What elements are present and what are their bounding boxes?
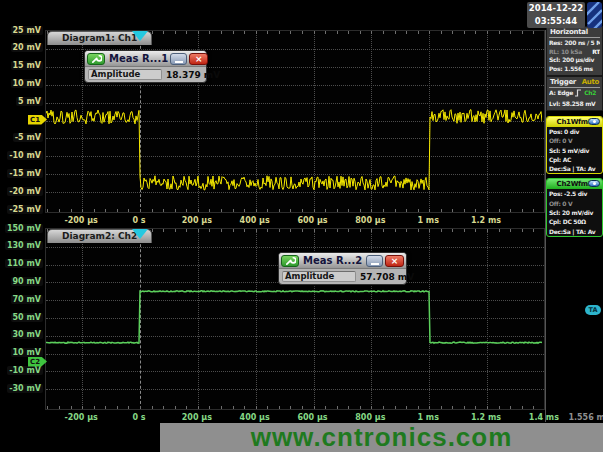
time-text: 03:55:44 [527,15,585,28]
meas-result-2-header[interactable]: Meas R...2 × [279,253,406,269]
x-axis-label: 1 ms [417,216,438,225]
x-axis-label: 800 µs [355,216,385,225]
y-axis-label: 150 mV [0,224,43,233]
y-axis-label: 110 mV [0,259,43,268]
ch2wfm1-panel[interactable]: Ch2Wfm1 Pos: -2.5 div Off: 0 V Scl: 20 m… [546,178,603,236]
meas-result-1-title: Meas R...1 [107,53,168,64]
trigger-level-label: Lvl: [549,100,560,109]
x-axis-label: 400 µs [240,216,270,225]
x-axis-label: 1.2 ms [471,216,501,225]
x-axis-label: 200 µs [182,216,212,225]
pos-value: 1.556 ms [564,65,593,74]
y-axis-label: -10 mV [0,151,43,160]
ch1wfm1-panel[interactable]: Ch1Wfm1 Pos: 0 div Off: 0 V Scl: 5 mV/di… [546,116,603,174]
trigger-position-marker[interactable] [132,229,148,239]
trigger-panel[interactable]: Trigger Auto A: Edge Ch2 Lvl:58.258 mV [546,76,603,111]
x-axis-label: 800 µs [355,413,385,422]
meas-value: 57.708 mV [360,272,414,282]
trigger-panel-title: Trigger [550,78,576,86]
ch2-pos-row: Pos: -2.5 div [547,189,602,198]
x-axis-label: 0 s [132,216,145,225]
x-axis-label: 1.556 ms [568,413,603,422]
y-axis-label: -5 mV [0,133,43,142]
meas-result-2-overlay[interactable]: Meas R...2 × Amplitude 57.708 mV [278,252,407,285]
y-axis-label: -25 mV [0,205,43,214]
sidebar: Horizontal Res:200 ns / 5 MSa/s RL:10 kS… [546,26,603,237]
ch2-cpl-row: Cpl: DC 50Ω [547,217,602,226]
close-button[interactable]: × [189,53,208,65]
scl-value: 200 µs/div [562,56,594,65]
watermark: www.cntronics.com [160,423,603,452]
x-axis-label: 0 s [132,413,145,422]
watermark-text: www.cntronics.com [251,422,513,452]
y-axis-label: 10 mV [0,79,43,88]
rl-label: RL: [549,48,559,57]
minimize-button[interactable] [366,255,383,267]
y-axis-label: 70 mV [0,295,43,304]
res-label: Res: [549,39,562,48]
trigger-level-value: 58.258 mV [562,100,595,109]
y-axis-label: -20 mV [0,187,43,196]
trigger-mode: Auto [582,78,599,86]
ch2-scl-row: Scl: 20 mV/div [547,208,602,217]
trigger-position-marker[interactable] [132,31,148,41]
y-axis-label: 90 mV [0,277,43,286]
diagram1: Diagram1: Ch1 25 mV20 mV15 mV10 mV5 mV-5… [0,30,603,228]
diagram2: Diagram2: Ch2 150 mV130 mV110 mV90 mV70 … [0,228,603,424]
ch2-off-row: Off: 0 V [547,199,602,208]
rohde-schwarz-logo-icon [587,2,602,28]
horizontal-panel[interactable]: Horizontal Res:200 ns / 5 MSa/s RL:10 kS… [546,26,603,76]
y-axis-label: 15 mV [0,61,43,70]
y-axis-label: 130 mV [0,241,43,250]
trigger-type: Edge [558,89,574,100]
rt-badge: RT [592,48,600,57]
ch1-off-row: Off: 0 V [547,136,602,145]
visibility-eye-icon[interactable] [588,118,600,125]
scl-label: Scl: [549,56,560,65]
y-axis-label: -15 mV [0,169,43,178]
x-axis-label: -200 µs [64,216,97,225]
minimize-button[interactable] [170,53,187,65]
ch2-dec-row: Dec:Sa | TA: Av [547,227,602,236]
diagram1-tab-label: Diagram1: Ch1 [62,33,137,43]
meas-result-1-header[interactable]: Meas R...1 × [85,51,206,67]
ch2wfm1-title: Ch2Wfm1 [557,180,593,188]
meas-value: 18.379 mV [166,70,220,80]
x-axis-label: -200 µs [64,413,97,422]
close-button[interactable]: × [385,255,404,267]
x-axis-label: 600 µs [297,413,327,422]
x-axis-label: 1.4 ms [529,413,559,422]
diagram2-tab-label: Diagram2: Ch2 [62,231,137,241]
y-axis-label: -10 mV [0,366,43,375]
trigger-source: Ch2 [584,89,596,100]
ch1-cpl-row: Cpl: AC [547,155,602,164]
trigger-a-label: A: [549,89,556,100]
y-axis-label: 25 mV [0,26,43,35]
x-axis-label: 1 ms [417,413,438,422]
y-axis-label: 30 mV [0,330,43,339]
y-axis-label: 50 mV [0,313,43,322]
visibility-eye-icon[interactable] [588,180,600,187]
x-axis-label: 1.2 ms [471,413,501,422]
meas-param-label: Amplitude [88,69,162,80]
y-axis-label: 10 mV [0,348,43,357]
trigger-level-marker[interactable]: TA [585,305,601,315]
wrench-settings-icon[interactable] [281,255,299,267]
x-axis-label: 400 µs [240,413,270,422]
meas-result-1-overlay[interactable]: Meas R...1 × Amplitude 18.379 mV [84,50,207,83]
pos-label: Pos: [549,65,562,74]
meas-result-2-row: Amplitude 57.708 mV [279,269,406,284]
x-axis-label: 600 µs [297,216,327,225]
rl-value: 10 kSa [561,48,582,57]
wrench-settings-icon[interactable] [87,53,105,65]
y-axis-label: 5 mV [0,97,43,106]
date-text: 2014-12-22 [527,2,585,15]
datetime-display: 2014-12-22 03:55:44 [527,2,585,28]
meas-result-1-row: Amplitude 18.379 mV [85,67,206,82]
y-axis-label: 20 mV [0,43,43,52]
edge-trigger-icon [574,89,582,100]
ch1-pos-row: Pos: 0 div [547,127,602,136]
ch1-dec-row: Dec:Sa | TA: Av [547,164,602,173]
x-axis-label: 200 µs [182,413,212,422]
oscilloscope-screen: 2014-12-22 03:55:44 Diagram1: Ch1 25 mV2… [0,0,603,452]
